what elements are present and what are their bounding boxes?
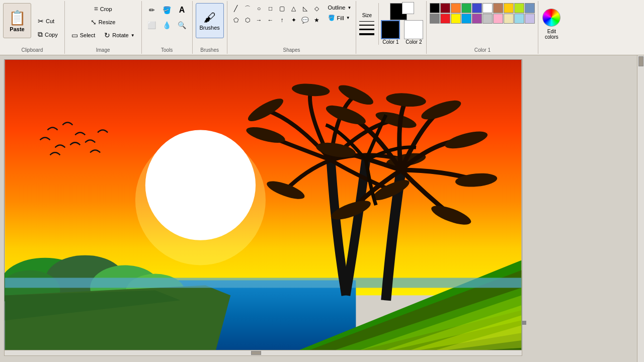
palette-color-c3c3c3[interactable] <box>482 14 493 24</box>
fill-tool[interactable]: 🪣 <box>160 3 174 17</box>
palette-color-000000[interactable] <box>430 3 440 13</box>
rect-shape[interactable]: □ <box>265 3 276 14</box>
edit-colors-label: Edit colors <box>545 29 558 40</box>
horizontal-scrollbar[interactable] <box>4 350 522 356</box>
triangle-shape[interactable]: △ <box>288 3 299 14</box>
cut-icon: ✂ <box>38 17 44 25</box>
select-button[interactable]: ▭ Select <box>68 30 99 41</box>
pencil-tool[interactable]: ✏ <box>145 3 159 17</box>
canvas-area <box>0 55 644 362</box>
crop-icon: ⌗ <box>94 5 98 13</box>
rtriangle-shape[interactable]: ◺ <box>300 3 311 14</box>
cut-button[interactable]: ✂ Cut <box>34 16 61 27</box>
pentagon-shape[interactable]: ⬠ <box>230 15 242 26</box>
arrow-right-shape[interactable]: → <box>254 15 265 26</box>
text-tool[interactable]: A <box>175 3 189 17</box>
palette-color-ffaec9[interactable] <box>493 14 503 24</box>
brushes-button[interactable]: 🖌 Brushes <box>196 3 224 38</box>
brushes-section-label: Brushes <box>193 47 227 53</box>
resize-label: Resize <box>99 19 116 25</box>
edit-colors-button[interactable]: Edit colors <box>538 1 565 54</box>
shapes-label: Shapes <box>227 47 356 53</box>
line-shape[interactable]: ╱ <box>230 3 242 14</box>
palette-color-ff7f27[interactable] <box>451 3 461 13</box>
arrow-up-shape[interactable]: ↑ <box>277 15 288 26</box>
hexagon-shape[interactable]: ⬡ <box>242 15 253 26</box>
oval-shape[interactable]: ○ <box>254 3 265 14</box>
arrow-left-shape[interactable]: ← <box>265 15 276 26</box>
fill-label: Fill <box>337 15 344 21</box>
palette-color-880015[interactable] <box>440 3 450 13</box>
palette-color-22b14c[interactable] <box>461 3 471 13</box>
brushes-icon: 🖌 <box>204 11 216 25</box>
palette-color-ffffff[interactable] <box>482 3 493 13</box>
color2-large[interactable] <box>404 20 423 39</box>
paste-label: Paste <box>10 26 24 32</box>
canvas-resize-handle[interactable] <box>522 321 526 325</box>
outline-dropdown: ▼ <box>347 6 351 10</box>
cut-label: Cut <box>46 18 54 24</box>
copy-button[interactable]: ⧉ Copy <box>34 29 61 40</box>
palette-color-a349a4[interactable] <box>472 14 482 24</box>
image-section: ⌗ Crop ⤡ Resize ▭ Select ↻ Rotate ▼ Imag… <box>65 1 142 54</box>
color1-label: Color 1 <box>382 39 398 45</box>
canvas-container[interactable] <box>0 55 637 362</box>
size-line-3[interactable] <box>359 29 374 30</box>
color2-swatch[interactable] <box>402 2 414 14</box>
rotate-dropdown-icon: ▼ <box>131 33 135 38</box>
eraser-tool[interactable]: ⬜ <box>145 18 159 32</box>
brushes-label: Brushes <box>199 25 219 31</box>
rainbow-icon <box>542 9 560 27</box>
crop-label: Crop <box>100 6 112 12</box>
star-shape[interactable]: ★ <box>311 15 323 26</box>
color1-large[interactable] <box>381 20 400 39</box>
paste-button[interactable]: 📋 Paste <box>3 3 31 38</box>
magnifier-tool[interactable]: 🔍 <box>175 18 189 32</box>
resize-icon: ⤡ <box>91 18 97 26</box>
palette-color-7f7f7f[interactable] <box>430 14 440 24</box>
diamond-shape[interactable]: ◇ <box>311 3 323 14</box>
size-line-2[interactable] <box>359 25 374 26</box>
crop-button[interactable]: ⌗ Crop <box>91 3 116 15</box>
size-label: Size <box>362 13 372 18</box>
palette-color-b97a57[interactable] <box>493 3 503 13</box>
palette-color-00a2e8[interactable] <box>461 14 471 24</box>
painting-canvas[interactable] <box>4 59 522 352</box>
tools-section: ✏ 🪣 A ⬜ 💧 🔍 Tools <box>142 1 193 54</box>
palette-color-3f48cc[interactable] <box>472 3 482 13</box>
paste-icon: 📋 <box>9 10 26 26</box>
image-label: Image <box>65 47 141 53</box>
palette-color-b5e61d[interactable] <box>514 3 524 13</box>
palette-color-efe4b0[interactable] <box>504 14 514 24</box>
palette-color-99d9ea[interactable] <box>514 14 524 24</box>
arrow-4-shape[interactable]: ✦ <box>288 15 299 26</box>
resize-button[interactable]: ⤡ Resize <box>87 17 119 28</box>
fill-button[interactable]: 🪣 Fill ▼ <box>325 13 355 23</box>
size-lines[interactable] <box>359 21 374 35</box>
size-line-1[interactable] <box>359 21 374 22</box>
vertical-scroll-thumb[interactable] <box>638 56 643 66</box>
callout-shape[interactable]: 💬 <box>300 15 311 26</box>
outline-label: Outline <box>328 5 346 11</box>
rrect-shape[interactable]: ▢ <box>277 3 288 14</box>
svg-point-2 <box>145 130 256 240</box>
fill-icon: 🪣 <box>328 15 335 21</box>
vertical-scrollbar[interactable] <box>637 55 644 362</box>
palette-color-ffc90e[interactable] <box>504 3 514 13</box>
colors-palette-section: Color 1 <box>427 1 538 54</box>
palette-color-fff200[interactable] <box>451 14 461 24</box>
palette-color-7092be[interactable] <box>525 3 535 13</box>
fill-dropdown: ▼ <box>346 16 350 20</box>
color2-label: Color 2 <box>406 39 422 45</box>
color-swatches-group: Color 1 Color 2 <box>381 3 423 45</box>
copy-label: Copy <box>45 32 58 38</box>
size-line-4[interactable] <box>359 33 374 35</box>
rotate-button[interactable]: ↻ Rotate ▼ <box>101 30 138 41</box>
color-picker-tool[interactable]: 💧 <box>160 18 174 32</box>
palette-color-c8bfe7[interactable] <box>525 14 535 24</box>
curve-shape[interactable]: ⌒ <box>242 3 253 14</box>
outline-button[interactable]: Outline ▼ <box>325 3 355 12</box>
palette-color-ed1c24[interactable] <box>440 14 450 24</box>
horizontal-scroll-thumb[interactable] <box>251 351 261 355</box>
size-color-section: Size Color 1 Color 2 <box>356 1 427 54</box>
